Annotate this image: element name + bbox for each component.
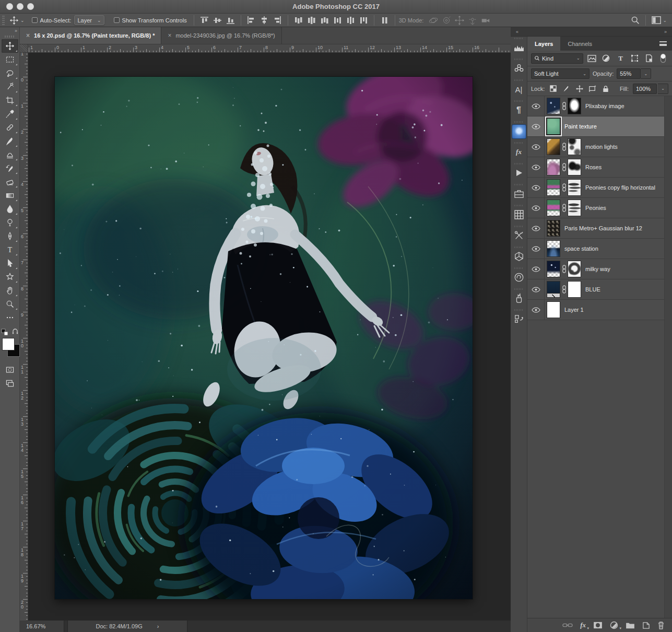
layer-visibility-toggle[interactable] <box>527 178 545 197</box>
dock-collapse-button[interactable]: « <box>516 29 518 34</box>
layer-name[interactable]: Paris Metro+ Gaussian blur 12 <box>564 225 642 231</box>
auto-select-dropdown[interactable]: Layer ⌄ <box>74 15 104 25</box>
lock-transparency-icon[interactable] <box>549 84 558 94</box>
mask-link-icon[interactable] <box>560 163 568 171</box>
align-right-edges-button[interactable] <box>271 15 284 26</box>
layer-row[interactable]: Peonies <box>527 198 664 218</box>
horizontal-ruler[interactable]: 1012345678910111213141516 <box>28 44 511 53</box>
tools-extras-panel-icon[interactable] <box>511 225 527 245</box>
link-layers-button[interactable] <box>562 620 573 630</box>
distribute-top-edges-button[interactable] <box>292 15 305 26</box>
tab-layers[interactable]: Layers <box>527 37 560 51</box>
filter-type-layers-icon[interactable]: T <box>615 53 626 64</box>
tools-grip[interactable] <box>5 36 15 38</box>
layer-thumbnail[interactable] <box>547 159 560 175</box>
pen-tool[interactable] <box>2 229 18 243</box>
layer-row-body[interactable]: Peonies copy flip horizontal <box>545 178 664 197</box>
move-tool-preset-icon[interactable] <box>8 15 20 26</box>
layer-name[interactable]: Paint texture <box>564 123 597 130</box>
layer-row[interactable]: Roses <box>527 157 664 178</box>
filter-shape-layers-icon[interactable] <box>629 53 640 64</box>
layer-styles-button[interactable]: fx▾ <box>580 620 586 630</box>
quick-mask-button[interactable] <box>2 363 18 377</box>
paragraph-panel-icon[interactable]: ¶ <box>511 99 527 120</box>
3d-panel-icon[interactable] <box>511 245 527 266</box>
layer-name[interactable]: Peonies <box>585 205 606 211</box>
align-bottom-edges-button[interactable] <box>224 15 237 26</box>
clone-stamp-tool[interactable] <box>2 148 18 161</box>
brush-tool[interactable] <box>2 134 18 148</box>
filter-toggle-switch[interactable] <box>658 53 668 64</box>
layer-name[interactable]: space station <box>564 245 598 252</box>
auto-select-checkbox[interactable] <box>32 17 38 23</box>
layer-mask-thumbnail[interactable] <box>568 179 581 196</box>
clone-source-panel-icon[interactable] <box>511 308 527 329</box>
layer-mask-thumbnail[interactable] <box>568 261 581 277</box>
layer-row[interactable]: space station <box>527 239 664 259</box>
layer-mask-thumbnail[interactable] <box>568 281 581 298</box>
layer-row-body[interactable]: milky way <box>545 259 664 279</box>
layer-row-body[interactable]: Peonies <box>545 198 664 218</box>
eyedropper-tool[interactable] <box>2 107 18 121</box>
screen-mode-button[interactable] <box>2 377 18 390</box>
delete-layer-button[interactable] <box>657 620 665 630</box>
document-tab-active[interactable]: × 16 x 20.psd @ 16.7% (Paint texture, RG… <box>20 27 161 44</box>
tool-preset-chevron[interactable]: ⌄ <box>20 18 25 23</box>
distribute-spacing-button[interactable] <box>378 15 391 26</box>
lasso-tool[interactable] <box>2 66 18 80</box>
lock-all-icon[interactable] <box>601 84 610 94</box>
layer-mask-thumbnail[interactable] <box>568 159 581 175</box>
layer-row-body[interactable]: Paris Metro+ Gaussian blur 12 <box>545 218 664 238</box>
document-tab-inactive[interactable]: × model-2349036.jpg @ 16.7% (RGB/8*) <box>161 27 281 44</box>
status-chevron-icon[interactable]: › <box>157 623 159 629</box>
layer-mask-thumbnail[interactable] <box>568 98 581 114</box>
layer-visibility-toggle[interactable] <box>527 198 545 218</box>
layer-row[interactable]: milky way <box>527 259 664 279</box>
close-tab-icon[interactable]: × <box>26 32 30 39</box>
edit-toolbar-button[interactable] <box>2 311 18 324</box>
distribute-horizontal-centers-button[interactable] <box>344 15 357 26</box>
mask-link-icon[interactable] <box>560 204 568 212</box>
new-adjustment-layer-button[interactable]: ▾ <box>610 620 618 630</box>
close-tab-icon[interactable]: × <box>168 32 171 39</box>
layer-thumbnail[interactable] <box>547 301 560 318</box>
layer-thumbnail[interactable] <box>547 261 560 277</box>
layer-row-body[interactable]: Layer 1 <box>545 300 664 320</box>
align-vertical-centers-button[interactable] <box>211 15 224 26</box>
layer-row-body[interactable]: Roses <box>545 157 664 177</box>
3d-pan-icon[interactable] <box>453 15 466 26</box>
layer-visibility-toggle[interactable] <box>527 137 545 157</box>
document-sizes-field[interactable]: Doc: 82.4M/1.09G › <box>67 621 187 632</box>
layer-mask-thumbnail[interactable] <box>568 200 581 216</box>
ruler-origin[interactable] <box>20 44 28 53</box>
swap-colors-icon[interactable] <box>11 329 19 337</box>
3d-roll-icon[interactable] <box>440 15 453 26</box>
actions-panel-icon[interactable] <box>511 162 527 183</box>
layer-row-body[interactable]: space station <box>545 239 664 259</box>
layer-row[interactable]: Peonies copy flip horizontal <box>527 178 664 198</box>
layer-name[interactable]: motion lights <box>585 144 618 150</box>
align-top-edges-button[interactable] <box>198 15 211 26</box>
layer-thumbnail[interactable] <box>547 240 560 257</box>
layer-row-body[interactable]: Plixabay image <box>545 96 664 116</box>
layer-visibility-toggle[interactable] <box>527 239 545 259</box>
layer-visibility-toggle[interactable] <box>527 300 545 320</box>
tool-presets-panel-icon[interactable] <box>511 183 527 204</box>
layer-name[interactable]: BLUE <box>585 286 600 292</box>
panel-collapse-button[interactable]: » <box>664 29 667 34</box>
blend-mode-dropdown[interactable]: Soft Light ⌄ <box>531 68 590 79</box>
align-horizontal-centers-button[interactable] <box>258 15 271 26</box>
layer-name[interactable]: Plixabay image <box>585 103 624 109</box>
lock-position-icon[interactable] <box>575 84 584 94</box>
options-grip[interactable] <box>2 16 5 25</box>
new-layer-button[interactable] <box>642 620 650 630</box>
mask-link-icon[interactable] <box>560 143 568 151</box>
creative-cloud-panel-icon[interactable] <box>511 266 527 287</box>
histogram-panel-icon[interactable] <box>511 37 527 57</box>
layer-thumbnail[interactable] <box>547 179 560 196</box>
layer-visibility-toggle[interactable] <box>527 218 545 238</box>
custom-shape-tool[interactable] <box>2 270 18 284</box>
layer-row[interactable]: Paint texture <box>527 116 664 137</box>
layer-thumbnail[interactable] <box>547 200 560 216</box>
color-swatches[interactable] <box>1 338 19 360</box>
